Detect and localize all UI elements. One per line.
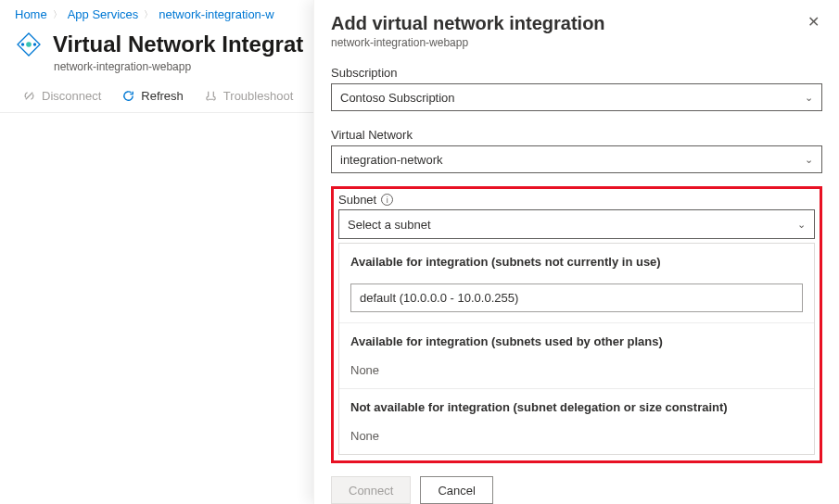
breadcrumb-home[interactable]: Home [15, 7, 47, 21]
refresh-button[interactable]: Refresh [121, 89, 184, 103]
disconnect-label: Disconnect [42, 89, 101, 103]
chevron-down-icon: ⌄ [797, 219, 806, 231]
vnet-field-label: Virtual Network [331, 128, 822, 142]
troubleshoot-label: Troubleshoot [223, 89, 293, 103]
subnet-option-default[interactable]: default (10.0.0.0 - 10.0.0.255) [350, 284, 803, 312]
vnet-select[interactable]: integration-network ⌄ [331, 145, 822, 173]
info-icon[interactable]: i [381, 194, 393, 206]
subnet-group-available-unused: Available for integration (subnets not c… [339, 244, 814, 277]
svg-point-0 [26, 42, 32, 47]
page-title: Virtual Network Integrat [53, 32, 303, 57]
subscription-select[interactable]: Contoso Subscription ⌄ [331, 83, 822, 111]
subnet-select[interactable]: Select a subnet ⌄ [339, 210, 814, 238]
disconnect-icon [22, 89, 36, 103]
subnet-highlighted-section: Subnet i Select a subnet ⌄ Available for… [331, 186, 822, 463]
disconnect-button[interactable]: Disconnect [22, 89, 101, 103]
chevron-down-icon: ⌄ [805, 154, 813, 166]
cancel-button[interactable]: Cancel [420, 476, 492, 504]
subnet-group-used-none: None [339, 357, 814, 388]
subnet-dropdown-list: Available for integration (subnets not c… [338, 243, 815, 455]
breadcrumb-resource[interactable]: network-integration-w [159, 7, 273, 21]
close-icon[interactable]: ✕ [804, 13, 822, 31]
add-vnet-integration-panel: Add virtual network integration network-… [313, 0, 839, 504]
subnet-placeholder: Select a subnet [348, 218, 431, 232]
vnet-integration-icon [15, 31, 43, 58]
chevron-right-icon: 〉 [53, 8, 62, 21]
panel-subtitle: network-integration-webapp [331, 36, 605, 49]
subnet-group-unavailable-none: None [339, 422, 814, 454]
troubleshoot-button[interactable]: Troubleshoot [204, 89, 293, 103]
svg-point-2 [33, 43, 36, 45]
chevron-down-icon: ⌄ [805, 92, 813, 104]
connect-button[interactable]: Connect [331, 476, 411, 504]
subscription-value: Contoso Subscription [340, 91, 455, 105]
subnet-field-label: Subnet [338, 193, 376, 207]
subscription-field-label: Subscription [331, 66, 822, 80]
subnet-group-available-used: Available for integration (subnets used … [339, 322, 814, 357]
vnet-value: integration-network [340, 153, 443, 167]
svg-point-1 [21, 43, 24, 45]
troubleshoot-icon [204, 89, 218, 103]
subnet-group-unavailable: Not available for integration (subnet de… [339, 388, 814, 422]
chevron-right-icon: 〉 [144, 8, 153, 21]
panel-title: Add virtual network integration [331, 13, 605, 34]
refresh-icon [121, 89, 135, 103]
refresh-label: Refresh [141, 89, 184, 103]
breadcrumb-app-services[interactable]: App Services [68, 7, 139, 21]
